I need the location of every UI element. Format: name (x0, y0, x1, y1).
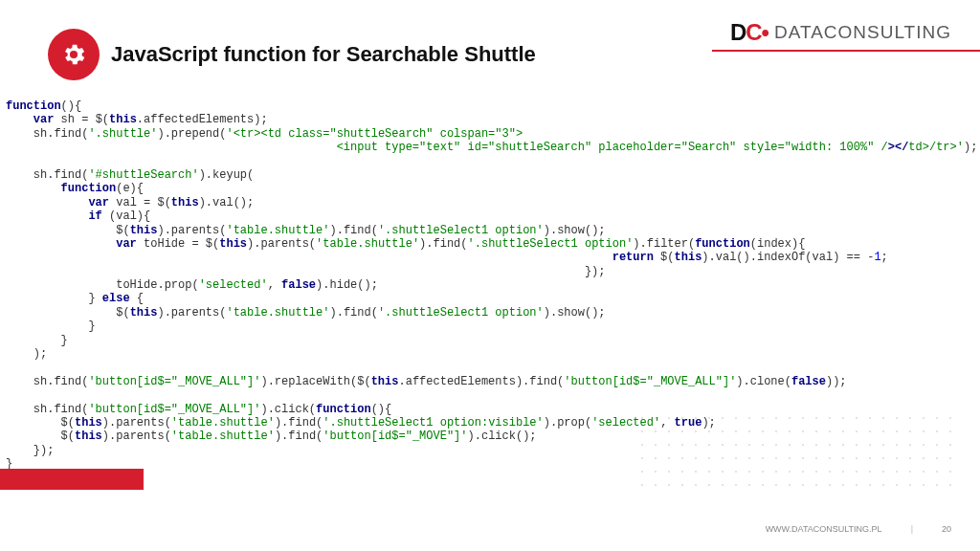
gears-icon (48, 29, 100, 80)
footer-url: WWW.DATACONSULTING.PL (766, 524, 882, 534)
slide-title: JavaScript function for Searchable Shutt… (111, 42, 536, 67)
code-block: function(){ var sh = $(this.affectedElem… (0, 90, 980, 472)
logo-underline (712, 50, 980, 52)
slide-footer: WWW.DATACONSULTING.PL | 20 (766, 524, 951, 534)
logo-text: DATACONSULTING (774, 22, 951, 43)
slide-header: JavaScript function for Searchable Shutt… (0, 0, 980, 90)
page-number: 20 (942, 524, 951, 534)
footer-divider: | (911, 524, 913, 534)
accent-bar (0, 469, 144, 490)
logo-mark: DC• (730, 19, 768, 46)
brand-logo: DC• DATACONSULTING (730, 19, 951, 46)
